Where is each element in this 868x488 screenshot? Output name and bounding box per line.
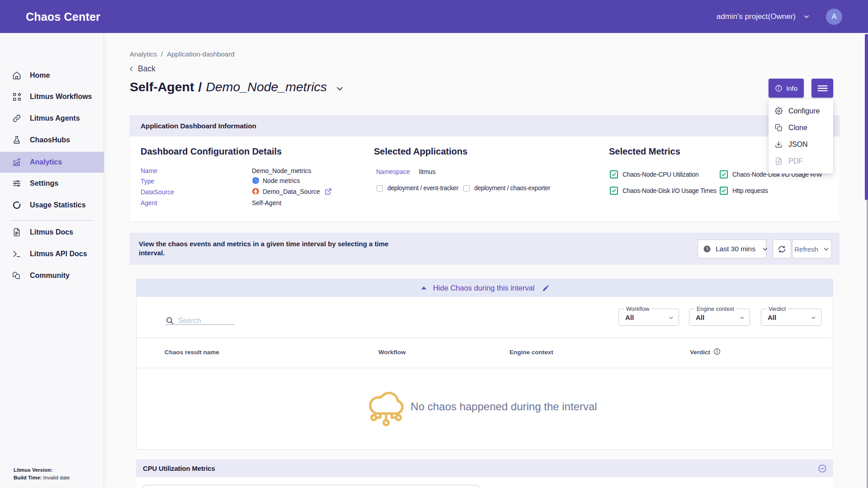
node-metrics-icon (252, 177, 259, 184)
filter-verdict[interactable]: Verdict All (761, 309, 821, 326)
checkbox-label: deployment / event-tracker (387, 185, 458, 192)
empty-state-text: No chaos happened during the interval (410, 400, 597, 413)
interval-description: View the chaos events and metrics in a g… (139, 239, 392, 258)
flask-icon (12, 136, 21, 145)
column-engine-context: Engine context (509, 349, 553, 356)
title-agent: Self-Agent (130, 80, 194, 94)
chevron-down-icon (811, 315, 816, 321)
home-icon (12, 71, 21, 80)
selected-metrics-title: Selected Metrics (609, 146, 680, 157)
select-value: All (768, 314, 776, 321)
config-agent-value: Self-Agent (252, 199, 281, 206)
menu-item-label: Configure (788, 107, 820, 115)
refresh-now-button[interactable] (773, 239, 791, 258)
time-range-value: Last 30 mins (716, 245, 755, 253)
column-chaos-result-name: Chaos result name (165, 349, 219, 356)
menu-item-pdf[interactable]: PDF (769, 153, 833, 169)
filter-workflow[interactable]: Workflow All (618, 309, 679, 326)
refresh-rate-select[interactable]: Refresh (792, 239, 832, 258)
checkbox-checked[interactable] (720, 170, 728, 178)
loader-circle-icon (12, 201, 21, 210)
project-selector[interactable]: admin's project(Owner) (717, 0, 810, 33)
hamburger-icon (817, 83, 828, 94)
sidebar-item-usage-statistics[interactable]: Usage Statistics (0, 195, 104, 216)
refresh-rate-value: Refresh (794, 245, 818, 253)
build-time-value: Invalid date (43, 475, 70, 480)
sliders-icon (12, 179, 21, 188)
avatar-letter: A (832, 13, 837, 21)
checkbox-checked[interactable] (610, 187, 618, 195)
checkbox-unchecked[interactable] (463, 185, 470, 192)
config-datasource-value: Demo_Data_Source (252, 188, 332, 195)
dashboard-switch-caret[interactable] (335, 84, 344, 94)
chevron-left-icon (128, 66, 135, 72)
sidebar-item-litmus-docs[interactable]: Litmus Docs (0, 222, 104, 243)
verdict-info-icon[interactable] (713, 348, 721, 355)
metric-checkbox-disk-times: Chaos-Node-Disk I/O Usage Times (610, 187, 717, 195)
sidebar-item-litmus-workflows[interactable]: Litmus Workflows (0, 86, 104, 107)
select-label: Workflow (624, 306, 651, 312)
file-icon (775, 157, 783, 165)
breadcrumb-analytics[interactable]: Analytics (130, 50, 157, 58)
config-label: Name (141, 167, 157, 174)
collapse-minus-icon[interactable] (818, 464, 827, 473)
sidebar-divider (11, 220, 93, 221)
link-icon (12, 114, 21, 123)
checkbox-label: Chaos-Node-CPU Utilization (623, 171, 698, 178)
search-field[interactable]: Search (165, 312, 234, 330)
main-content: Analytics / Application-dashboard Back S… (104, 33, 868, 488)
page-title: Self-Agent / Demo_Node_metrics (130, 80, 327, 94)
external-link-icon[interactable] (325, 188, 332, 195)
info-button[interactable]: Info (769, 79, 804, 98)
filter-engine-context[interactable]: Engine context All (689, 309, 750, 326)
datasource-link[interactable]: Demo_Data_Source (263, 188, 320, 195)
hide-chaos-toggle[interactable]: Hide Chaos during this interval (137, 279, 833, 297)
checkbox-unchecked[interactable] (377, 185, 383, 192)
select-label: Engine context (695, 306, 736, 312)
project-name: admin's project(Owner) (717, 12, 796, 21)
menu-item-clone[interactable]: Clone (769, 119, 833, 136)
info-circle-icon (775, 84, 783, 92)
application-checkbox-chaos-exporter: deployment / chaos-exporter (463, 185, 550, 192)
namespace-label: Namespace (376, 168, 410, 175)
info-button-label: Info (786, 84, 797, 92)
pencil-icon[interactable] (542, 285, 549, 292)
avatar[interactable]: A (826, 9, 842, 25)
sidebar-item-chaoshubs[interactable]: ChaosHubs (0, 130, 104, 150)
chevron-down-icon (668, 315, 674, 321)
sidebar-item-litmus-agents[interactable]: Litmus Agents (0, 108, 104, 129)
menu-item-configure[interactable]: Configure (769, 103, 833, 119)
chaos-table-panel: Hide Chaos during this interval Search W… (136, 279, 833, 450)
chevron-down-icon (823, 246, 830, 253)
select-value: All (696, 314, 704, 321)
title-dashboard-name: Demo_Node_metrics (206, 80, 327, 94)
title-separator: / (198, 80, 202, 94)
time-range-select[interactable]: Last 30 mins (698, 239, 766, 258)
scrollbar-thumb[interactable] (865, 34, 868, 200)
sidebar-item-settings[interactable]: Settings (0, 173, 104, 194)
column-workflow: Workflow (378, 349, 406, 356)
checkbox-checked[interactable] (720, 187, 728, 195)
sidebar-item-analytics[interactable]: Analytics (0, 152, 104, 173)
config-type-value: Node metrics (252, 177, 300, 184)
cloud-network-icon (366, 387, 406, 428)
metric-checkbox-http: Http requests (720, 187, 768, 195)
config-details-title: Dashboard Configuration Details (141, 146, 282, 157)
dashboard-options-button[interactable] (811, 79, 833, 98)
back-button[interactable]: Back (128, 64, 156, 74)
sidebar-item-home[interactable]: Home (0, 65, 104, 86)
breadcrumb-application-dashboard[interactable]: Application-dashboard (167, 50, 234, 58)
sidebar-item-community[interactable]: Community (0, 265, 104, 286)
search-icon (165, 316, 174, 325)
triangle-up-icon (420, 284, 428, 292)
menu-item-json[interactable]: JSON (769, 136, 833, 153)
chevron-down-icon (762, 246, 769, 253)
namespace-row: Namespace litmus (376, 168, 435, 175)
checkbox-label: Http requests (732, 188, 768, 194)
sidebar-item-litmus-api-docs[interactable]: Litmus API Docs (0, 244, 104, 264)
checkbox-checked[interactable] (610, 170, 618, 178)
empty-state: No chaos happened during the interval (137, 368, 833, 449)
analytics-icon (12, 158, 21, 167)
application-dashboard-information-panel: Application Dashboard Information Dashbo… (130, 115, 840, 221)
namespace-value: litmus (419, 168, 436, 175)
